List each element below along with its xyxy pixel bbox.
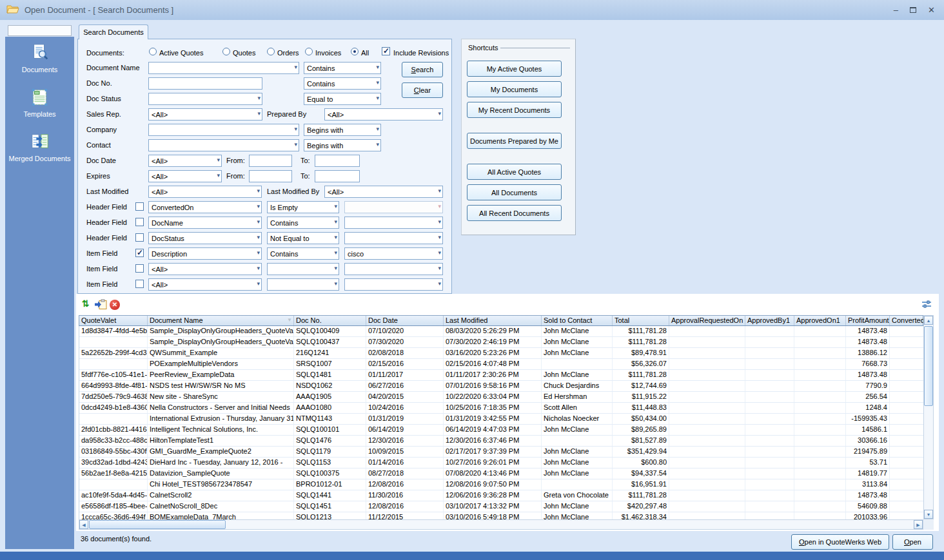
radio-invoices[interactable] [305, 48, 313, 55]
item-field-2-checkbox[interactable] [135, 264, 144, 273]
all-documents-button[interactable]: All Documents [467, 184, 562, 200]
doc-date-range-select[interactable]: <All> [148, 155, 222, 167]
column-header-approved_on[interactable]: ApprovedOn1 [794, 316, 846, 325]
column-header-name[interactable]: Document Name▼ [148, 316, 294, 325]
item-field-2-operator[interactable] [267, 263, 339, 275]
last-modified-by-select[interactable]: <All> [324, 186, 443, 198]
radio-orders[interactable] [267, 48, 275, 55]
column-header-approval_requested[interactable]: ApprovalRequestedOn [669, 316, 745, 325]
documents-prepared-by-me-button[interactable]: Documents Prepared by Me [467, 133, 562, 149]
item-field-3-select[interactable]: <All> [148, 278, 262, 291]
table-row[interactable]: International Extrusion - Thursday, Janu… [79, 414, 923, 425]
document-name-input[interactable] [148, 62, 299, 74]
item-field-2-select[interactable]: <All> [148, 263, 262, 275]
doc-no-operator[interactable]: Contains [304, 77, 381, 90]
header-field-2-value[interactable] [344, 217, 443, 229]
table-row[interactable]: 5a22652b-299f-4cd3QWSummit_Example216Q12… [79, 348, 923, 359]
header-field-2-checkbox[interactable] [135, 218, 144, 226]
column-header-modified[interactable]: Last Modified [444, 316, 542, 325]
prepared-by-select[interactable]: <All> [324, 108, 443, 121]
vertical-scroll-thumb[interactable] [924, 326, 933, 406]
table-row[interactable]: ac10fe9f-5da4-4d45-CalnetScroll2SQLQ1441… [79, 490, 923, 501]
scroll-left-icon[interactable]: ◀ [79, 520, 88, 529]
document-name-operator[interactable]: Contains [304, 62, 381, 74]
scroll-right-icon[interactable]: ▶ [914, 520, 923, 529]
table-row[interactable]: 1d8d3847-4fdd-4e5bSample_DisplayOnlyGrou… [79, 326, 923, 337]
my-documents-button[interactable]: My Documents [467, 81, 562, 97]
radio-quotes[interactable] [222, 48, 230, 55]
item-field-1-checkbox[interactable] [135, 249, 144, 257]
table-row[interactable]: 664d9993-8fde-4f81-NSDS test HW/SW/SR No… [79, 381, 923, 392]
sidebar-item-documents[interactable]: Documents [5, 43, 74, 73]
maximize-icon[interactable] [910, 6, 916, 14]
table-row[interactable]: 39cd32ad-1dbd-4243DieHard Inc - Tuesday,… [79, 458, 923, 468]
scroll-up-icon[interactable]: ▲ [924, 316, 933, 325]
my-recent-documents-button[interactable]: My Recent Documents [467, 102, 562, 118]
horizontal-scrollbar[interactable]: ◀ ▶ [79, 519, 923, 530]
column-header-contact[interactable]: Sold to Contact [542, 316, 613, 325]
header-field-3-operator[interactable]: Not Equal to [267, 232, 339, 244]
table-row[interactable]: da958c33-b2cc-488cHiltonTemplateTest1SQL… [79, 436, 923, 447]
tab-search-documents[interactable]: Search Documents [79, 24, 148, 39]
table-row[interactable]: Chi Hotel_TEST9856723478547BPRO1012-0112… [79, 479, 923, 490]
header-field-3-value[interactable] [344, 232, 443, 244]
grid-settings-icon[interactable] [921, 300, 932, 311]
item-field-3-operator[interactable] [267, 278, 339, 291]
header-field-1-value[interactable] [344, 201, 443, 213]
include-revisions-checkbox[interactable] [382, 47, 390, 55]
vertical-scrollbar[interactable]: ▲ ▼ [923, 315, 934, 519]
contact-input[interactable] [148, 139, 299, 151]
scroll-down-icon[interactable]: ▼ [924, 510, 933, 519]
table-row[interactable]: e56586df-f185-4bee-CalnetNoScroll_8DecSQ… [79, 501, 923, 512]
radio-active-quotes[interactable] [149, 48, 157, 55]
expires-range-select[interactable]: <All> [148, 170, 222, 182]
doc-status-operator[interactable]: Equal to [304, 93, 381, 105]
contact-operator[interactable]: Begins with [304, 139, 381, 151]
search-button[interactable]: Search [402, 62, 443, 77]
minimize-icon[interactable]: – [894, 6, 898, 14]
table-row[interactable]: 03186849-55bc-430fGMI_GuardMe_ExampleQuo… [79, 447, 923, 458]
item-field-2-value[interactable] [344, 263, 443, 275]
header-field-3-checkbox[interactable] [135, 233, 144, 242]
header-field-1-select[interactable]: ConvertedOn [148, 201, 262, 213]
column-header-approved_by[interactable]: ApprovedBy1 [745, 316, 794, 325]
doc-no-input[interactable] [148, 77, 262, 90]
sales-rep-select[interactable]: <All> [148, 108, 262, 121]
column-header-total[interactable]: Total [613, 316, 669, 325]
open-button[interactable]: Open [892, 534, 933, 550]
table-row[interactable]: Sample_DisplayOnlyGroupHeaders_QuoteVale… [79, 337, 923, 348]
item-field-3-checkbox[interactable] [135, 280, 144, 288]
header-field-3-select[interactable]: DocStatus [148, 232, 262, 244]
expires-to-input[interactable] [315, 170, 360, 182]
item-field-1-value[interactable]: cisco [344, 247, 443, 260]
column-header-profit[interactable]: ProfitAmount [846, 316, 890, 325]
table-row[interactable]: 2fd01cbb-8821-4416Intelligent Technical … [79, 425, 923, 436]
last-modified-select[interactable]: <All> [148, 186, 262, 198]
radio-all[interactable] [351, 48, 359, 55]
table-row[interactable]: POExampleMultipleVendorsSRSQ100702/15/20… [79, 359, 923, 370]
column-header-converted[interactable]: ConvertedOn [890, 316, 924, 325]
expires-from-input[interactable] [249, 170, 292, 182]
column-header-quotevalet[interactable]: QuoteValet [79, 316, 148, 325]
item-field-3-value[interactable] [344, 278, 443, 291]
my-active-quotes-button[interactable]: My Active Quotes [467, 61, 562, 77]
company-input[interactable] [148, 124, 299, 136]
header-field-2-select[interactable]: DocName [148, 217, 262, 229]
header-field-1-operator[interactable]: Is Empty [267, 201, 339, 213]
column-header-docno[interactable]: Doc No. [294, 316, 366, 325]
doc-date-from-input[interactable] [249, 155, 292, 167]
doc-status-select[interactable] [148, 93, 262, 105]
item-field-1-operator[interactable]: Contains [267, 247, 339, 260]
all-active-quotes-button[interactable]: All Active Quotes [467, 164, 562, 180]
header-field-2-operator[interactable]: Contains [267, 217, 339, 229]
open-in-quotewerks-web-button[interactable]: Open in QuoteWerks Web [791, 534, 889, 550]
table-row[interactable]: 56b2ae1f-8e8a-4215Datavizion_SampleQuote… [79, 468, 923, 479]
delete-icon[interactable]: ✕ [110, 300, 120, 310]
column-header-docdate[interactable]: Doc Date [366, 316, 444, 325]
table-row[interactable]: 5fdf776e-c105-41e1-PeerReview_ExampleDat… [79, 370, 923, 381]
sidebar-item-templates[interactable]: Templates [5, 88, 74, 118]
refresh-icon[interactable]: ⇅ [82, 298, 90, 309]
all-recent-documents-button[interactable]: All Recent Documents [467, 205, 562, 221]
import-document-icon[interactable] [94, 299, 108, 313]
table-row[interactable]: 7dd250e5-79c9-4638New site - ShareSyncAA… [79, 392, 923, 403]
